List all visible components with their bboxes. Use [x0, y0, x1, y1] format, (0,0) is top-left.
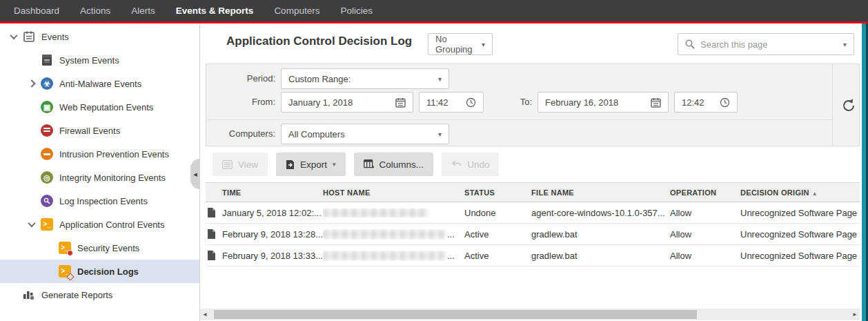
sidebar-item-application-control-events[interactable]: >_ Application Control Events [0, 213, 199, 236]
export-button[interactable]: Export ▾ [276, 153, 346, 176]
expand-chevron-down-icon[interactable] [23, 222, 40, 227]
clock-icon[interactable] [466, 97, 476, 108]
page-header: Application Control Decision Log No Grou… [200, 23, 860, 64]
nav-policies[interactable]: Policies [340, 6, 373, 16]
main-content: Application Control Decision Log No Grou… [200, 23, 860, 321]
decision-logs-icon: >_ [58, 264, 72, 278]
sidebar-item-firewall-events[interactable]: Firewall Events [0, 119, 199, 142]
refresh-button[interactable] [838, 95, 860, 117]
expand-chevron-right-icon[interactable] [23, 81, 40, 86]
cell-host-name [323, 208, 464, 217]
to-date-input[interactable]: February 16, 2018 [537, 92, 669, 113]
from-date-value: January 1, 2018 [288, 97, 390, 108]
computers-select[interactable]: All Computers ▾ [281, 124, 449, 144]
sidebar-item-web-reputation-events[interactable]: ▣ Web Reputation Events [0, 95, 199, 119]
view-button[interactable]: View [213, 153, 268, 176]
document-icon [206, 251, 222, 260]
table-row[interactable]: February 9, 2018 13:28... ... Active gra… [206, 224, 860, 245]
column-header-label: DECISION ORIGIN [740, 188, 809, 197]
redacted-host-name [323, 251, 446, 260]
sidebar-collapse-handle[interactable]: ◂ [190, 159, 200, 189]
sidebar-item-events[interactable]: Events [0, 25, 199, 48]
table-row[interactable]: January 5, 2018 12:02:... Undone agent-c… [206, 202, 860, 224]
grouping-dropdown[interactable]: No Grouping ▾ [428, 33, 493, 55]
from-date-input[interactable]: January 1, 2018 [281, 92, 413, 113]
intrusion-prevention-icon [40, 147, 54, 161]
sidebar-item-label: Decision Logs [77, 266, 139, 277]
nav-dashboard[interactable]: Dashboard [14, 6, 59, 16]
chevron-down-icon: ▾ [438, 130, 442, 138]
top-nav: Dashboard Actions Alerts Events & Report… [0, 0, 868, 21]
refresh-icon [840, 97, 857, 114]
nav-events-reports[interactable]: Events & Reports [176, 6, 254, 16]
column-header-time[interactable]: TIME [222, 188, 323, 197]
column-header-status[interactable]: STATUS [464, 188, 531, 197]
sidebar-item-log-inspection-events[interactable]: Log Inspection Events [0, 189, 199, 213]
cell-decision-origin: Unrecognized Software Page [740, 251, 860, 261]
calendar-icon[interactable] [651, 97, 661, 108]
firewall-icon [40, 124, 54, 137]
sidebar-item-decision-logs[interactable]: >_ Decision Logs [0, 260, 199, 283]
sidebar-item-intrusion-prevention-events[interactable]: Intrusion Prevention Events [0, 142, 199, 166]
undo-button[interactable]: Undo [442, 153, 499, 176]
from-time-value: 11:42 [426, 97, 460, 108]
sort-ascending-icon: ▲ [812, 191, 818, 197]
anti-malware-icon: ☣ [40, 77, 54, 90]
sidebar-item-security-events[interactable]: >_ Security Events [0, 236, 199, 260]
nav-alerts[interactable]: Alerts [131, 6, 155, 16]
column-header-decision-origin[interactable]: DECISION ORIGIN▲ [740, 188, 860, 197]
period-value: Custom Range: [288, 74, 433, 84]
to-label: To: [484, 92, 532, 113]
scroll-left-arrow-icon[interactable]: ◄ [200, 311, 210, 318]
sidebar-item-anti-malware-events[interactable]: ☣ Anti-Malware Events [0, 72, 199, 95]
table-row[interactable]: February 9, 2018 13:33... ... Active gra… [206, 245, 860, 266]
collapse-arrow-icon: ◂ [193, 171, 197, 178]
sidebar: Events System Events ☣ Anti-Malware Even… [0, 23, 200, 321]
filter-vertical-divider [832, 64, 833, 147]
calendar-icon[interactable] [395, 97, 406, 108]
to-time-input[interactable]: 12:42 [674, 92, 738, 113]
computers-label: Computers: [206, 124, 275, 144]
nav-actions[interactable]: Actions [80, 6, 110, 16]
cell-status: Active [464, 229, 531, 240]
column-header-host-name[interactable]: HOST NAME [323, 188, 464, 197]
undo-arrow-icon [451, 160, 462, 168]
undo-button-label: Undo [467, 159, 489, 170]
application-control-icon: >_ [40, 217, 54, 231]
view-icon [222, 160, 233, 169]
sidebar-item-label: Events [41, 32, 69, 42]
sidebar-item-label: System Events [59, 55, 119, 66]
search-input[interactable] [700, 39, 838, 50]
table-header-row: TIME HOST NAME STATUS FILE NAME OPERATIO… [206, 182, 860, 202]
export-file-icon [286, 159, 295, 170]
nav-computers[interactable]: Computers [274, 6, 319, 16]
scrollbar-track[interactable] [210, 309, 850, 320]
column-header-operation[interactable]: OPERATION [670, 188, 740, 197]
chevron-down-icon: ▾ [333, 161, 336, 168]
sidebar-item-generate-reports[interactable]: Generate Reports [0, 283, 199, 307]
web-reputation-icon: ▣ [40, 100, 54, 114]
search-box[interactable]: ▾ [678, 33, 854, 55]
sidebar-item-integrity-monitoring-events[interactable]: ◎ Integrity Monitoring Events [0, 166, 199, 189]
search-dropdown-chevron-icon[interactable]: ▾ [843, 41, 847, 48]
filter-divider [206, 119, 832, 120]
cell-file-name: gradlew.bat [531, 229, 670, 240]
sidebar-item-label: Firewall Events [59, 126, 120, 136]
expand-chevron-down-icon[interactable] [6, 34, 22, 39]
grouping-value: No Grouping [435, 34, 482, 55]
redacted-host-name [323, 208, 428, 217]
columns-button[interactable]: Columns... [354, 153, 434, 176]
page-title: Application Control Decision Log [226, 35, 412, 48]
chevron-down-icon: ▾ [482, 41, 485, 48]
host-suffix: ... [447, 251, 455, 261]
sidebar-item-system-events[interactable]: System Events [0, 48, 199, 72]
from-time-input[interactable]: 11:42 [419, 92, 484, 113]
period-select[interactable]: Custom Range: ▾ [281, 68, 449, 89]
column-header-file-name[interactable]: FILE NAME [531, 188, 670, 197]
cell-status: Active [464, 251, 531, 261]
search-icon [685, 39, 695, 49]
clock-icon[interactable] [720, 97, 730, 108]
scroll-right-arrow-icon[interactable]: ► [850, 311, 860, 318]
scrollbar-thumb[interactable] [214, 310, 697, 319]
generate-reports-icon [22, 288, 36, 302]
